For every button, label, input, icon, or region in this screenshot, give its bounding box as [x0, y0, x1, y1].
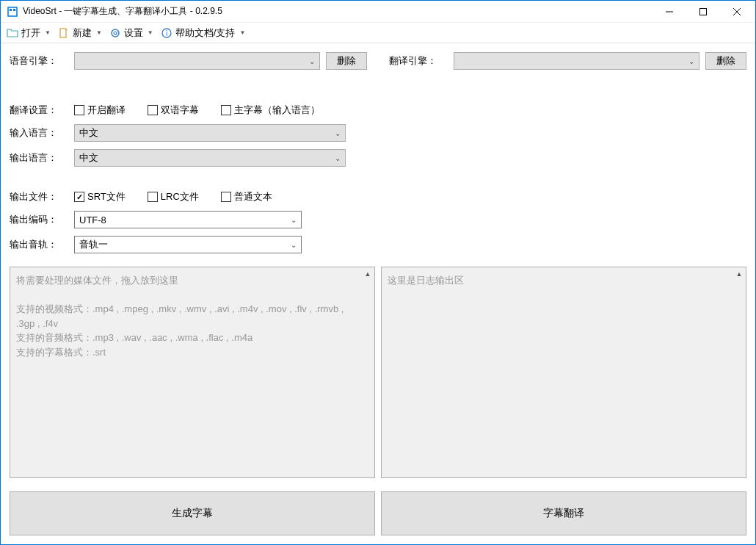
titlebar: VideoSrt - 一键字幕生成、字幕翻译小工具 - 0.2.9.5 [1, 1, 755, 23]
output-track-label: 输出音轨： [10, 238, 68, 251]
checkbox-box [148, 192, 158, 202]
open-menu[interactable]: 打开 ▼ [4, 25, 54, 41]
settings-menu[interactable]: 设置 ▼ [106, 25, 156, 41]
new-file-icon [58, 27, 70, 39]
output-track-combo[interactable]: 音轨一 ⌄ [74, 236, 302, 253]
main-subtitle-label: 主字幕（输入语言） [234, 104, 320, 117]
svg-text:i: i [166, 29, 167, 37]
bilingual-label: 双语字幕 [161, 104, 199, 117]
scroll-up-icon[interactable]: ▲ [734, 269, 744, 279]
chevron-down-icon: ⌄ [309, 57, 315, 65]
speech-engine-combo[interactable]: ⌄ [74, 52, 320, 70]
svg-rect-1 [10, 9, 12, 11]
translate-subtitle-button[interactable]: 字幕翻译 [381, 491, 746, 535]
speech-delete-button[interactable]: 删除 [326, 52, 367, 70]
main-subtitle-checkbox[interactable]: 主字幕（输入语言） [221, 104, 320, 117]
svg-rect-7 [60, 29, 66, 37]
chevron-down-icon: ⌄ [291, 216, 297, 224]
chevron-down-icon: ▼ [96, 29, 102, 36]
toolbar: 打开 ▼ 新建 ▼ 设置 ▼ i 帮助文档/支持 ▼ [1, 23, 755, 43]
checkbox-box [74, 105, 84, 115]
checkbox-box [221, 192, 231, 202]
enable-translate-label: 开启翻译 [87, 104, 126, 117]
gear-icon [109, 27, 121, 39]
translate-engine-label: 翻译引擎： [389, 54, 448, 68]
minimize-button[interactable] [653, 1, 686, 23]
checkbox-box-checked [74, 192, 84, 202]
info-icon: i [161, 27, 172, 39]
plaintext-checkbox[interactable]: 普通文本 [221, 190, 272, 203]
srt-label: SRT文件 [87, 190, 126, 203]
chevron-down-icon: ▼ [239, 29, 245, 36]
svg-rect-0 [8, 7, 17, 16]
bilingual-checkbox[interactable]: 双语字幕 [148, 104, 199, 117]
output-encoding-combo[interactable]: UTF-8 ⌄ [74, 211, 302, 228]
maximize-button[interactable] [686, 1, 720, 23]
translate-delete-button[interactable]: 删除 [705, 52, 746, 70]
open-label: 打开 [21, 26, 40, 40]
output-encoding-label: 输出编码： [10, 213, 68, 226]
lrc-label: LRC文件 [161, 190, 199, 203]
drop-placeholder: 将需要处理的媒体文件，拖入放到这里 支持的视频格式：.mp4 , .mpeg ,… [16, 273, 360, 359]
plaintext-label: 普通文本 [234, 190, 272, 203]
translate-engine-combo[interactable]: ⌄ [454, 52, 699, 70]
window-title: VideoSrt - 一键字幕生成、字幕翻译小工具 - 0.2.9.5 [23, 5, 653, 18]
output-file-label: 输出文件： [10, 190, 68, 203]
chevron-down-icon: ▼ [148, 29, 153, 36]
log-placeholder: 这里是日志输出区 [388, 273, 731, 288]
output-encoding-value: UTF-8 [79, 214, 106, 225]
chevron-down-icon: ▼ [45, 29, 51, 36]
enable-translate-checkbox[interactable]: 开启翻译 [74, 104, 126, 117]
folder-icon [7, 27, 18, 39]
svg-rect-2 [13, 9, 15, 11]
output-track-value: 音轨一 [79, 238, 108, 251]
chevron-down-icon: ⌄ [688, 57, 694, 65]
srt-checkbox[interactable]: SRT文件 [74, 190, 126, 203]
input-lang-value: 中文 [79, 126, 98, 140]
app-icon [7, 6, 18, 18]
checkbox-box [221, 105, 231, 115]
lrc-checkbox[interactable]: LRC文件 [148, 190, 199, 203]
svg-point-9 [114, 32, 117, 35]
file-drop-area[interactable]: ▲ 将需要处理的媒体文件，拖入放到这里 支持的视频格式：.mp4 , .mpeg… [10, 267, 375, 478]
help-menu[interactable]: i 帮助文档/支持 ▼ [158, 25, 249, 41]
chevron-down-icon: ⌄ [291, 241, 297, 249]
chevron-down-icon: ⌄ [335, 129, 341, 137]
new-menu[interactable]: 新建 ▼ [55, 25, 105, 41]
close-button[interactable] [720, 1, 754, 23]
svg-point-8 [112, 29, 119, 37]
generate-subtitle-button[interactable]: 生成字幕 [10, 491, 375, 535]
scroll-up-icon[interactable]: ▲ [363, 269, 373, 279]
translate-settings-label: 翻译设置： [10, 104, 68, 117]
svg-rect-4 [700, 8, 707, 15]
output-lang-combo[interactable]: 中文 ⌄ [74, 149, 346, 167]
input-lang-label: 输入语言： [10, 126, 68, 140]
input-lang-combo[interactable]: 中文 ⌄ [74, 124, 346, 142]
settings-label: 设置 [124, 26, 143, 40]
output-lang-value: 中文 [79, 151, 98, 165]
checkbox-box [148, 105, 158, 115]
chevron-down-icon: ⌄ [335, 154, 341, 162]
log-output-area[interactable]: ▲ 这里是日志输出区 [381, 267, 746, 478]
new-label: 新建 [73, 26, 92, 40]
output-lang-label: 输出语言： [10, 151, 68, 165]
help-label: 帮助文档/支持 [175, 26, 236, 40]
speech-engine-label: 语音引擎： [10, 54, 68, 68]
